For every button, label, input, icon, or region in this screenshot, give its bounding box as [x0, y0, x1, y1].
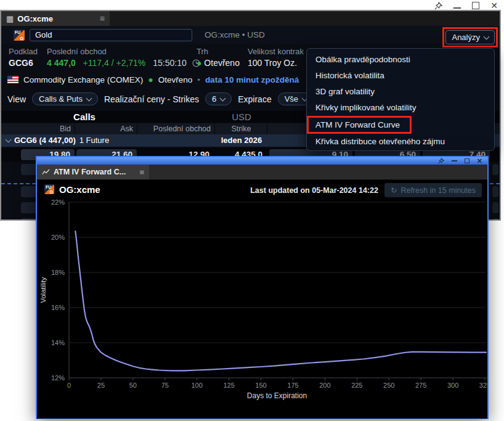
exchange-row: Commodity Exchange (COMEX) ● Otevřeno • …: [7, 75, 299, 84]
popup-tabbar: ATM IV Forward C... ≡: [37, 165, 487, 180]
popup-symbol: OG:xcme: [59, 184, 100, 195]
maximize-icon[interactable]: [465, 158, 469, 163]
svg-text:Volatility: Volatility: [39, 277, 47, 303]
expiry-label: Expirace: [238, 94, 271, 104]
popup-tab[interactable]: ATM IV Forward C... ≡: [37, 165, 149, 179]
view-label: View: [7, 94, 26, 104]
last-price: 4 447,0: [47, 58, 76, 68]
svg-text:Days to Expiration: Days to Expiration: [247, 391, 307, 400]
minimize-icon[interactable]: [453, 7, 461, 9]
svg-text:20%: 20%: [51, 234, 65, 241]
maximize-icon[interactable]: [472, 2, 479, 9]
popup-body: FUO OG:xcme Last updated on 05-Mar-2024 …: [37, 180, 487, 419]
svg-text:225: 225: [351, 382, 362, 389]
last-updated-text: Last updated on 05-Mar-2024 14:22: [250, 186, 378, 195]
screenshot-root: ✕ ▦ OG:xcme ≡ FUO OG:xcme • USD: [0, 0, 504, 421]
view-select[interactable]: Calls & Puts: [32, 92, 98, 105]
strikes-label: Realizační ceny - Strikes: [104, 94, 199, 104]
iv-chart: 12%14%16%18%20%22%0255075100125150175200…: [37, 180, 487, 419]
tab-og-xcme[interactable]: ▦ OG:xcme ≡: [1, 11, 110, 26]
svg-text:16%: 16%: [51, 304, 65, 311]
status-dot-green: ●: [148, 75, 153, 84]
line-chart-icon: [42, 169, 50, 176]
main-tabbar: ▦ OG:xcme ≡: [1, 11, 500, 27]
menu-item-historical-vol[interactable]: Historická volatilita: [307, 68, 494, 84]
filter-row: View Calls & Puts Realizační ceny - Stri…: [7, 92, 339, 105]
close-icon[interactable]: ✕: [490, 1, 498, 10]
svg-text:300: 300: [447, 382, 458, 389]
refresh-button[interactable]: ↻ Refresh in 15 minutes: [384, 183, 482, 197]
market-status: ● Otevřeno: [197, 58, 240, 68]
last-trade-time: 15:50:10: [153, 58, 187, 68]
analytics-annotation-box: Analýzy: [442, 27, 498, 47]
svg-text:0: 0: [67, 382, 71, 389]
chevron-down-icon: [220, 95, 226, 101]
col-ask[interactable]: Ask: [76, 123, 137, 134]
atm-iv-popup-window: ✕ ATM IV Forward C... ≡ FUO OG:xcme Last…: [36, 156, 489, 419]
col-bid[interactable]: Bid: [1, 123, 75, 134]
collapse-chevron-icon[interactable]: [6, 137, 12, 143]
menu-item-iv-curves[interactable]: Křivky implikované volatility: [307, 100, 494, 116]
svg-text:175: 175: [287, 382, 298, 389]
svg-text:25: 25: [97, 382, 105, 389]
svg-text:75: 75: [161, 382, 169, 389]
popup-tab-title: ATM IV Forward C...: [54, 168, 126, 176]
futures-option-icon: FUO: [14, 30, 25, 41]
currency-label: USD: [216, 112, 267, 122]
separator-dot: •: [197, 75, 200, 84]
exchange-name: Commodity Exchange (COMEX): [23, 75, 143, 84]
contract-size-value: 100 Troy Oz.: [248, 58, 297, 68]
group-name: GCG6 (4 447,00): [14, 134, 76, 147]
analytics-menu: Obálka pravděpodobnosti Historická volat…: [306, 48, 495, 151]
price-change: +117,4 / +2,71%: [83, 58, 146, 68]
svg-text:100: 100: [192, 382, 203, 389]
close-icon[interactable]: ✕: [477, 158, 482, 164]
minimize-icon[interactable]: [452, 160, 457, 161]
exchange-status: Otevřeno: [158, 75, 193, 84]
group-suffix: 1 Future: [79, 134, 109, 147]
svg-text:18%: 18%: [51, 269, 65, 276]
pin-icon[interactable]: [434, 2, 442, 10]
svg-text:125: 125: [223, 382, 234, 389]
group-expiry: leden 2026: [216, 134, 267, 147]
label-contract-size: Velikost kontrak: [248, 47, 304, 56]
col-strike[interactable]: Strike: [216, 123, 267, 134]
toolbar: FUO OG:xcme • USD: [1, 26, 500, 44]
menu-item-atm-iv-forward-curve[interactable]: ATM IV Forward Curve: [307, 116, 412, 134]
menu-item-open-interest[interactable]: Křivka distribuce otevřeného zájmu: [307, 134, 494, 150]
svg-text:50: 50: [129, 382, 137, 389]
analytics-button[interactable]: Analýzy: [445, 30, 495, 44]
tab-title: OG:xcme: [17, 14, 53, 23]
menu-item-3d-vol[interactable]: 3D graf volatility: [307, 84, 494, 100]
svg-text:12%: 12%: [51, 374, 65, 382]
data-delay-note[interactable]: data 10 minut zpožděná: [205, 75, 299, 84]
popup-titlebar[interactable]: ✕: [37, 157, 487, 165]
chevron-down-icon: [86, 95, 92, 101]
tab-menu-icon[interactable]: ≡: [100, 14, 105, 23]
status-dot-green: ●: [197, 58, 201, 68]
svg-text:22%: 22%: [51, 198, 65, 206]
svg-text:275: 275: [415, 382, 426, 389]
symbol-context: OG:xcme • USD: [205, 30, 265, 39]
label-market: Trh: [197, 47, 208, 56]
futures-option-icon: FUO: [44, 184, 54, 197]
svg-text:200: 200: [319, 382, 330, 389]
svg-text:14%: 14%: [51, 339, 65, 346]
menu-item-probability-lab[interactable]: Obálka pravděpodobnosti: [307, 52, 494, 68]
label-last-trade: Poslední obchod: [47, 47, 107, 56]
refresh-icon: ↻: [391, 186, 397, 195]
pin-icon[interactable]: [438, 158, 444, 164]
grid-icon: ▦: [6, 15, 14, 23]
chevron-down-icon: [484, 33, 490, 39]
svg-text:250: 250: [383, 382, 394, 389]
symbol-input[interactable]: [30, 29, 192, 41]
svg-text:325: 325: [479, 382, 487, 389]
last-trade-value: 4 447,0 +117,4 / +2,71% 15:50:10: [47, 58, 200, 68]
us-flag-icon: [7, 76, 18, 83]
svg-text:150: 150: [255, 382, 266, 389]
col-last[interactable]: Poslední obchod: [138, 123, 215, 134]
strikes-select[interactable]: 6: [205, 92, 232, 105]
calls-section-title: Calls: [1, 112, 168, 122]
underlying-symbol: GCG6: [9, 58, 33, 68]
tab-menu-icon[interactable]: ≡: [139, 168, 144, 177]
